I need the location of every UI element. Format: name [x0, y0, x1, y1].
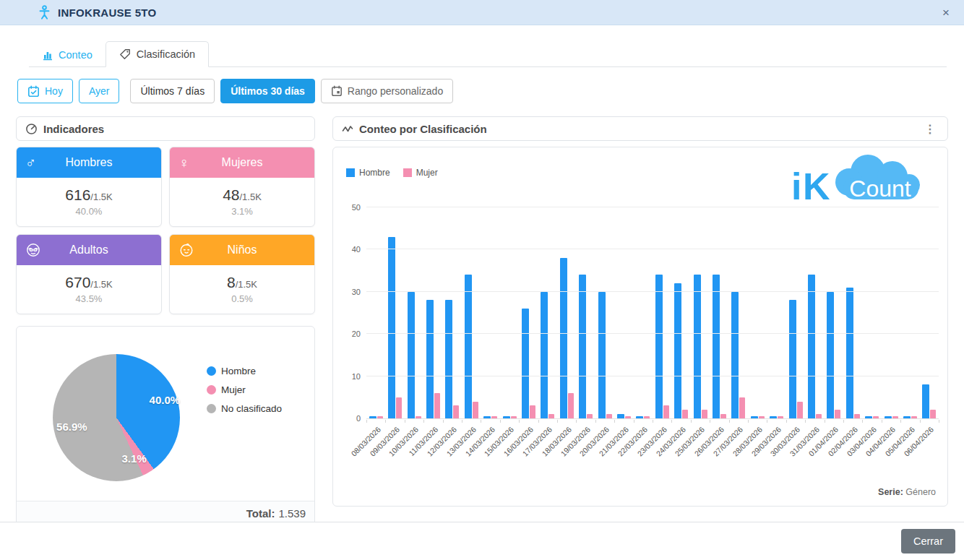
bar-mujer	[434, 393, 440, 418]
pie-chart	[53, 354, 180, 481]
bar-mujer	[416, 416, 421, 418]
card-mujeres: ♀ Mujeres 48/1.5K 3.1%	[169, 147, 315, 227]
bar-group	[423, 207, 442, 418]
bar-mujer	[759, 416, 765, 418]
bar-group	[767, 207, 786, 418]
bar-group	[882, 207, 900, 418]
filter-rango-button[interactable]: Rango personalizado	[321, 79, 453, 103]
calendar-check-icon	[27, 85, 40, 98]
filter-label: Hoy	[45, 85, 63, 97]
bar-hombre	[579, 275, 586, 418]
bar-group	[786, 207, 805, 418]
cerrar-button[interactable]: Cerrar	[901, 529, 955, 553]
total-label: Total:	[246, 507, 275, 520]
app-title: INFOKRAUSE 5TO	[58, 7, 156, 19]
gauge-icon	[25, 123, 38, 135]
filter-hoy-button[interactable]: Hoy	[17, 79, 73, 103]
bar-group	[863, 207, 882, 418]
activity-icon	[342, 124, 353, 134]
person-icon	[38, 5, 51, 20]
bar-group	[653, 207, 671, 418]
pie-legend-swatch	[207, 385, 216, 395]
card-value: 670/1.5K	[17, 274, 161, 291]
bar-hombre	[731, 292, 739, 418]
pie-label-hombre: 40.0%	[150, 394, 181, 406]
filter-label: Últimos 30 días	[231, 85, 305, 97]
bar-mujer	[778, 416, 783, 418]
bar-group	[462, 207, 481, 418]
bar-hombre	[885, 416, 892, 418]
chart-panel-header: Conteo por Clasificación ⋮	[332, 116, 948, 141]
tabs: Conteo Clasificación	[29, 40, 947, 67]
card-value: 48/1.5K	[170, 186, 314, 204]
bar-hombre	[465, 275, 472, 418]
bar-group	[385, 207, 404, 418]
card-pct: 3.1%	[170, 206, 314, 217]
y-tick-label: 40	[335, 246, 361, 254]
bar-hombre	[770, 416, 777, 418]
bar-hombre	[617, 414, 624, 418]
calendar-icon	[331, 85, 343, 97]
card-label: Hombres	[44, 156, 134, 169]
bar-mujer	[377, 416, 383, 418]
tab-label: Conteo	[59, 49, 92, 61]
bar-hombre	[922, 384, 929, 418]
bar-mujer	[625, 416, 631, 418]
indicadores-header: Indicadores	[16, 116, 315, 141]
bar-hombre	[789, 300, 796, 418]
tag-icon	[119, 48, 131, 60]
serie-caption: Serie: Género	[878, 487, 936, 497]
card-label: Niños	[197, 244, 287, 257]
bar-group	[920, 207, 939, 418]
svg-text:Count: Count	[849, 176, 911, 202]
bar-hombre	[827, 292, 834, 418]
tab-conteo[interactable]: Conteo	[29, 43, 106, 67]
tab-clasificacion[interactable]: Clasificación	[106, 41, 209, 67]
bar-mujer	[720, 414, 726, 418]
filter-label: Últimos 7 días	[140, 85, 205, 97]
y-tick-label: 0	[335, 415, 361, 423]
filter-label: Rango personalizado	[348, 85, 443, 97]
bar-group	[825, 207, 843, 418]
y-tick-label: 30	[335, 288, 361, 296]
bar-group	[500, 207, 519, 418]
kebab-menu-icon[interactable]: ⋮	[921, 122, 939, 136]
legend-swatch	[346, 168, 355, 177]
titlebar: INFOKRAUSE 5TO ×	[0, 0, 964, 25]
filter-7dias-button[interactable]: Últimos 7 días	[130, 79, 215, 103]
bar-mujer	[682, 410, 688, 418]
bar-mujer	[739, 397, 745, 418]
bar-chart-panel: HombreMujer i K Count 01020	[332, 147, 948, 507]
bar-chart-icon	[42, 50, 53, 61]
bar-mujer	[453, 405, 459, 418]
bar-mujer	[530, 405, 535, 418]
bar-hombre	[388, 237, 395, 418]
legend-swatch	[403, 168, 412, 177]
bar-group	[843, 207, 862, 418]
bar-hombre	[483, 416, 491, 418]
bar-hombre	[408, 292, 415, 418]
filter-label: Ayer	[89, 85, 110, 97]
bar-group	[691, 207, 710, 418]
bar-hombre	[598, 292, 606, 418]
bar-group	[805, 207, 824, 418]
card-label: Mujeres	[197, 156, 287, 169]
serie-label: Serie:	[878, 487, 903, 497]
y-tick-label: 50	[335, 204, 361, 212]
legend-item: Hombre	[346, 168, 390, 178]
close-icon[interactable]: ×	[938, 7, 954, 19]
filter-30dias-button[interactable]: Últimos 30 días	[220, 79, 315, 103]
bar-mujer	[491, 416, 497, 418]
bar-hombre	[846, 288, 853, 418]
card-value: 616/1.5K	[17, 186, 161, 204]
card-hombres: ♂ Hombres 616/1.5K 40.0%	[16, 147, 162, 227]
bar-group	[538, 207, 557, 418]
bar-group	[481, 207, 499, 418]
y-tick-label: 20	[335, 330, 361, 338]
filter-ayer-button[interactable]: Ayer	[79, 79, 120, 103]
bar-hombre	[903, 416, 911, 418]
bar-group	[405, 207, 423, 418]
bar-mujer	[816, 414, 822, 418]
pie-panel: 40.0% 3.1% 56.9% HombreMujerNo clasifica…	[16, 326, 315, 525]
bar-hombre	[751, 416, 758, 418]
